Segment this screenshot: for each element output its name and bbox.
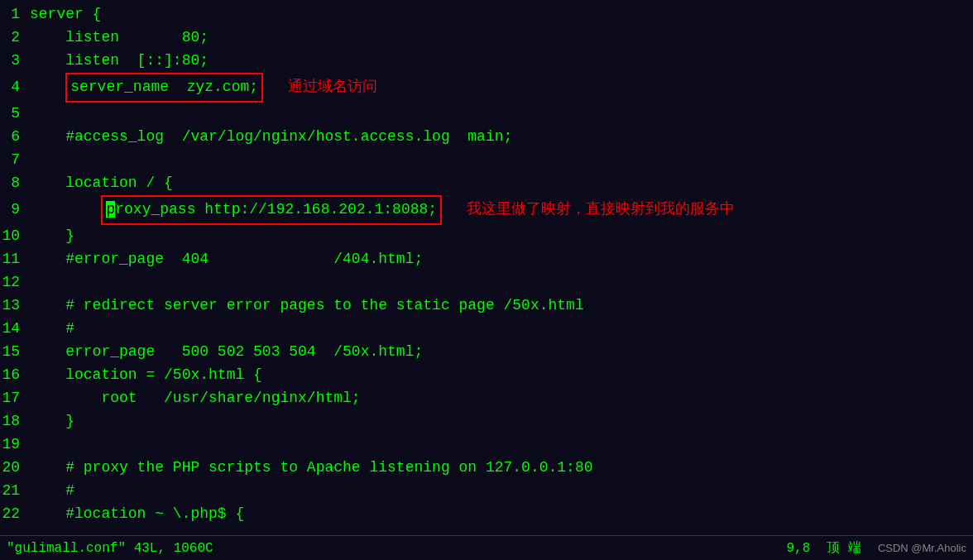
line-content-11: #error_page 404 /404.html; [30,248,423,271]
line-content-16: location = /50x.html { [30,364,262,387]
line-4: 4 server_name zyz.com;通过域名访问 [0,73,973,103]
line-number-14: 14 [0,318,30,341]
line-1: 1 server { [0,3,973,26]
line-number-3: 3 [0,50,30,73]
annotation-domain: 通过域名访问 [288,78,377,94]
line-number-21: 21 [0,480,30,503]
annotation-proxy: 我这里做了映射，直接映射到我的服务中 [467,200,735,217]
status-position: 9,8 [786,541,810,556]
line-number-22: 22 [0,503,30,526]
code-area: 1 server { 2 listen 80; 3 listen [::]:80… [0,0,973,529]
line-content-5 [30,103,39,126]
line-content-15: error_page 500 502 503 504 /50x.html; [30,341,423,364]
line-9: 9 proxy_pass http://192.168.202.1:8088;我… [0,195,973,225]
line-13: 13 # redirect server error pages to the … [0,294,973,318]
line-content-19 [30,433,39,457]
line-number-19: 19 [0,433,30,457]
line-5: 5 [0,103,973,126]
line-number-12: 12 [0,271,30,294]
line-number-18: 18 [0,410,30,433]
line-number-10: 10 [0,225,30,248]
status-bar: "gulimall.conf" 43L, 1060C 9,8 顶 端 CSDN … [0,535,973,560]
line-3: 3 listen [::]:80; [0,50,973,73]
line-number-2: 2 [0,26,30,50]
line-number-16: 16 [0,364,30,387]
line-19: 19 [0,433,973,457]
line-number-7: 7 [0,149,30,172]
line-number-17: 17 [0,387,30,410]
line-10: 10 } [0,225,973,248]
status-right: 9,8 顶 端 CSDN @Mr.Aholic [786,539,966,557]
line-content-9: proxy_pass http://192.168.202.1:8088;我这里… [30,195,735,225]
line-number-9: 9 [0,199,30,222]
line-content-22: #location ~ \.php$ { [30,503,244,526]
line-content-3: listen [::]:80; [30,50,208,73]
line-number-15: 15 [0,341,30,364]
line-number-11: 11 [0,248,30,271]
line-number-20: 20 [0,457,30,480]
line-14: 14 # [0,318,973,341]
line-number-5: 5 [0,103,30,126]
line-content-1: server { [30,3,101,26]
line-8: 8 location / { [0,172,973,195]
line-content-13: # redirect server error pages to the sta… [30,294,584,318]
line-number-8: 8 [0,172,30,195]
line-6: 6 #access_log /var/log/nginx/host.access… [0,126,973,149]
line-content-17: root /usr/share/nginx/html; [30,387,361,410]
line-content-2: listen 80; [30,26,208,50]
line-content-10: } [30,225,74,248]
line-content-8: location / { [30,172,173,195]
line-number-4: 4 [0,76,30,99]
line-21: 21 # [0,480,973,503]
line-11: 11 #error_page 404 /404.html; [0,248,973,271]
line-content-4: server_name zyz.com;通过域名访问 [30,73,377,103]
line-number-1: 1 [0,3,30,26]
line-18: 18 } [0,410,973,433]
line-12: 12 [0,271,973,294]
status-top-label: 顶 端 [827,539,861,557]
line-content-6: #access_log /var/log/nginx/host.access.l… [30,126,512,149]
line-16: 16 location = /50x.html { [0,364,973,387]
line-content-7 [30,149,39,172]
line-number-6: 6 [0,126,30,149]
line-number-13: 13 [0,294,30,318]
line-7: 7 [0,149,973,172]
line-content-12 [30,271,39,294]
line-content-18: } [30,410,74,433]
status-filename: "gulimall.conf" 43L, 1060C [7,541,213,556]
line-content-20: # proxy the PHP scripts to Apache listen… [30,457,593,480]
line-17: 17 root /usr/share/nginx/html; [0,387,973,410]
line-15: 15 error_page 500 502 503 504 /50x.html; [0,341,973,364]
csdn-credit: CSDN @Mr.Aholic [878,542,966,554]
cursor: p [106,201,115,218]
line-content-14: # [30,318,74,341]
line-2: 2 listen 80; [0,26,973,50]
line-content-21: # [30,480,74,503]
line-22: 22 #location ~ \.php$ { [0,503,973,526]
line-20: 20 # proxy the PHP scripts to Apache lis… [0,457,973,480]
editor: 1 server { 2 listen 80; 3 listen [::]:80… [0,0,973,560]
